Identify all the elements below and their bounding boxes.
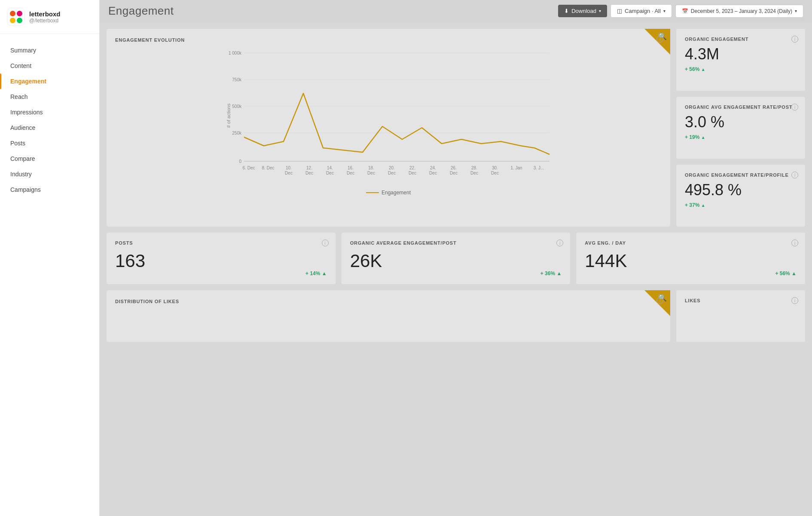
kpi-2-info-icon[interactable]: i [791, 172, 798, 178]
main-area: Engagement ⬇ Download ▾ ◫ Campaign · All… [100, 0, 812, 516]
topbar-controls: ⬇ Download ▾ ◫ Campaign · All ▾ 📅 Decemb… [558, 4, 803, 18]
sidebar-item-summary[interactable]: Summary [0, 43, 99, 58]
kpi-1-change: + 19% ▲ [685, 134, 705, 140]
likes-kpi-info-icon[interactable]: i [791, 297, 798, 304]
sidebar-item-campaigns[interactable]: Campaigns [0, 182, 99, 197]
stat-2-value: 144K [585, 251, 797, 271]
brand-name: letterboxd [29, 10, 61, 18]
svg-text:Dec: Dec [305, 171, 313, 175]
campaign-label: Campaign · All [625, 8, 661, 14]
sidebar-item-engagement[interactable]: Engagement [0, 74, 99, 89]
svg-text:# of actions: # of actions [226, 103, 231, 128]
svg-text:8. Dec: 8. Dec [262, 166, 275, 170]
stat-2-title: AVG ENG. / DAY [585, 240, 797, 246]
kpi-2-value: 495.8 % [685, 181, 797, 199]
sidebar-header: letterboxd @/letterboxd [0, 0, 99, 34]
likes-kpi-card: LIKES i [676, 290, 805, 342]
topbar: Engagement ⬇ Download ▾ ◫ Campaign · All… [100, 0, 812, 22]
svg-text:1 000k: 1 000k [229, 51, 242, 55]
stat-1-change: + 36% ▲ [540, 270, 562, 276]
kpi-0-up-arrow-icon: ▲ [701, 67, 705, 72]
svg-text:18.: 18. [368, 166, 374, 170]
logo-dot-orange [10, 11, 15, 16]
svg-text:14.: 14. [327, 166, 333, 170]
sidebar-item-label: Audience [10, 124, 35, 131]
svg-text:10.: 10. [286, 166, 292, 170]
kpi-2-change-value: + 37% [685, 202, 699, 208]
organic-engagement-rate-card: ORGANIC ENGAGEMENT RATE/PROFILE i 495.8 … [676, 165, 805, 227]
sidebar-item-label: Industry [10, 171, 32, 178]
logo-dot-yellow [10, 18, 15, 23]
distribution-row: 🔍 DISTRIBUTION OF LIKES i LIKES i [107, 290, 805, 342]
organic-avg-post-stat-card: ORGANIC AVERAGE ENGAGEMENT/POST i 26K + … [342, 233, 571, 284]
stat-2-up-arrow-icon: ▲ [791, 270, 797, 276]
distribution-likes-card: 🔍 DISTRIBUTION OF LIKES i [107, 290, 670, 342]
campaign-chevron-icon: ▾ [663, 9, 665, 13]
distribution-title: DISTRIBUTION OF LIKES [115, 299, 662, 304]
brand-handle: @/letterboxd [29, 18, 61, 24]
svg-text:6. Dec: 6. Dec [243, 166, 255, 170]
legend-label: Engagement [382, 190, 411, 196]
stat-0-title: POSTS [115, 240, 327, 246]
stat-0-change-value: + 14% [305, 270, 320, 276]
kpi-1-change-value: + 19% [685, 134, 699, 140]
sidebar-item-reach[interactable]: Reach [0, 89, 99, 104]
chart-info-icon[interactable]: i [656, 36, 663, 43]
chart-svg-container: 1 000k 750k 500k 250k 0 # of actions [115, 47, 662, 196]
kpi-2-up-arrow-icon: ▲ [701, 203, 705, 208]
date-range-button[interactable]: 📅 December 5, 2023 – January 3, 2024 (Da… [675, 5, 803, 18]
kpi-0-change: + 56% ▲ [685, 66, 705, 72]
svg-text:Dec: Dec [367, 171, 375, 175]
stat-2-change: + 56% ▲ [775, 270, 797, 276]
svg-text:0: 0 [239, 159, 241, 164]
stat-1-info-icon[interactable]: i [556, 240, 563, 246]
sidebar-navigation: Summary Content Engagement Reach Impress… [0, 34, 99, 206]
sidebar-item-label: Posts [10, 140, 25, 147]
engagement-evolution-card: 🔍 ENGAGEMENT EVOLUTION i 1 000k 750k 500… [107, 29, 670, 227]
stat-2-info-icon[interactable]: i [791, 240, 798, 246]
likes-kpi-title: LIKES [685, 298, 797, 303]
kpi-stack: ORGANIC ENGAGEMENT i 4.3M + 56% ▲ ORGANI… [676, 29, 805, 227]
svg-text:1. Jan: 1. Jan [510, 166, 522, 170]
logo-dot-green [17, 18, 22, 23]
app-logo [7, 8, 25, 26]
svg-text:750k: 750k [232, 77, 242, 82]
campaign-filter-button[interactable]: ◫ Campaign · All ▾ [611, 4, 672, 18]
sidebar: letterboxd @/letterboxd Summary Content … [0, 0, 100, 516]
stat-0-up-arrow-icon: ▲ [322, 270, 327, 276]
date-chevron-icon: ▾ [795, 9, 797, 13]
stat-2-change-value: + 56% [775, 270, 790, 276]
download-button[interactable]: ⬇ Download ▾ [558, 5, 607, 17]
sidebar-item-content[interactable]: Content [0, 58, 99, 74]
download-icon: ⬇ [564, 8, 569, 14]
kpi-1-value: 3.0 % [685, 113, 797, 131]
dist-info-icon[interactable]: i [656, 297, 663, 304]
kpi-0-info-icon[interactable]: i [791, 36, 798, 43]
logo-dot-pink [17, 11, 22, 16]
kpi-0-title: ORGANIC ENGAGEMENT [685, 37, 797, 42]
kpi-2-change: + 37% ▲ [685, 202, 705, 208]
stat-0-info-icon[interactable]: i [322, 240, 329, 246]
svg-text:26.: 26. [451, 166, 457, 170]
svg-text:12.: 12. [306, 166, 312, 170]
sidebar-item-industry[interactable]: Industry [0, 166, 99, 182]
svg-text:24.: 24. [430, 166, 436, 170]
kpi-2-title: ORGANIC ENGAGEMENT RATE/PROFILE [685, 172, 797, 178]
sidebar-item-compare[interactable]: Compare [0, 151, 99, 166]
svg-text:20.: 20. [389, 166, 395, 170]
download-chevron-icon: ▾ [599, 9, 601, 13]
sidebar-item-audience[interactable]: Audience [0, 120, 99, 135]
svg-text:3. J...: 3. J... [534, 166, 544, 170]
sidebar-item-label: Summary [10, 47, 36, 54]
svg-text:Dec: Dec [388, 171, 396, 175]
campaign-icon: ◫ [617, 8, 622, 14]
sidebar-item-posts[interactable]: Posts [0, 135, 99, 151]
sidebar-item-impressions[interactable]: Impressions [0, 104, 99, 120]
engagement-line [244, 93, 549, 154]
chart-legend: Engagement [115, 190, 662, 196]
svg-text:Dec: Dec [409, 171, 416, 175]
svg-text:30.: 30. [492, 166, 498, 170]
sidebar-item-label: Impressions [10, 109, 43, 116]
svg-text:Dec: Dec [285, 171, 293, 175]
kpi-1-info-icon[interactable]: i [791, 104, 798, 111]
